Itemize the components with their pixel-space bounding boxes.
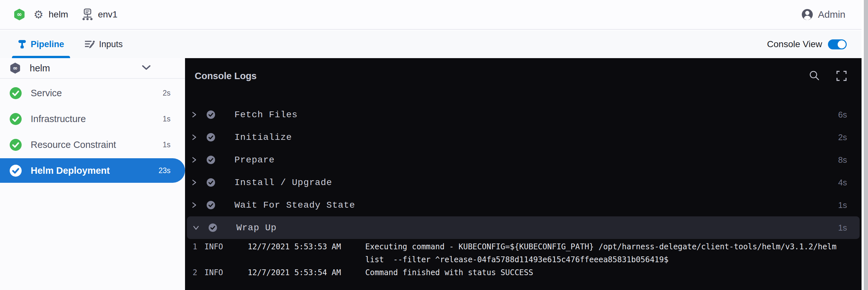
tab-inputs-label: Inputs [99,39,123,50]
step-success-icon [207,110,215,119]
environment-icon [82,8,93,21]
stage-group-hexagon-icon: ∞ [10,62,21,74]
chevron-right-icon [191,180,197,185]
log-line-number: 2 [188,268,197,277]
search-icon[interactable] [809,70,820,82]
step-row-wait-for-steady-state[interactable]: Wait For Steady State 1s [185,194,862,216]
page-scrollbar[interactable] [862,0,868,290]
console-header: Console Logs [185,58,862,94]
step-success-icon [209,223,217,232]
step-duration: 8s [838,155,847,165]
step-success-icon [207,201,215,209]
stage-duration: 2s [163,89,170,98]
log-message: Command finished with status SUCCESS [365,268,533,277]
step-success-icon [207,156,215,164]
step-label: Fetch Files [235,110,298,120]
chevron-right-icon [191,134,197,140]
active-tab-underline [12,56,70,58]
top-bar: ∞ ⚙ helm env1 Admin [0,0,868,30]
stages-sidebar: ∞ helm Service 2s Infrastruc [0,58,185,290]
tab-pipeline[interactable]: Pipeline [12,30,70,58]
fullscreen-icon[interactable] [836,70,847,82]
console-title: Console Logs [195,71,257,82]
log-line-continuation: list --filter ^release-04fa5788d11493e61… [185,253,862,266]
log-message: list --filter ^release-04fa5788d11493e61… [365,255,669,264]
step-row-prepare[interactable]: Prepare 8s [185,149,862,171]
user-menu[interactable]: Admin [801,8,845,21]
stage-duration: 1s [163,115,170,123]
step-success-icon [207,178,215,187]
step-success-icon [207,133,215,141]
stage-duration: 23s [159,166,170,175]
log-line: 2 INFO 12/7/2021 5:53:54 AM Command fini… [185,266,862,279]
step-duration: 6s [838,110,847,120]
console-view-label: Console View [767,39,822,50]
step-duration: 1s [838,200,847,210]
chevron-right-icon [191,157,197,163]
success-check-icon [10,87,22,99]
scrollbar-thumb[interactable] [864,0,868,290]
console-view-toggle[interactable] [828,39,847,50]
step-label: Install / Upgrade [235,178,332,188]
view-tab-bar: Pipeline Inputs Console View [0,30,868,58]
environment-name-label: env1 [98,9,118,20]
log-level: INFO [205,242,224,251]
console-view-control: Console View [767,39,847,50]
gear-icon: ⚙ [34,9,43,20]
user-icon [801,8,813,21]
service-hexagon-icon: ∞ [13,8,25,21]
step-label: Initialize [235,132,292,142]
pipeline-execution-page: ∞ ⚙ helm env1 Admin [0,0,868,290]
step-duration: 1s [838,223,847,233]
tab-pipeline-label: Pipeline [31,39,64,50]
step-list: Fetch Files 6s Initialize 2s Prepare 8s … [185,103,862,239]
toggle-knob [838,40,846,49]
inputs-icon [85,40,95,49]
stage-group-label: helm [30,63,50,74]
stage-row-resource-constraint[interactable]: Resource Constraint 1s [0,132,185,158]
log-line: 1 INFO 12/7/2021 5:53:53 AM Executing co… [185,240,862,253]
log-timestamp: 12/7/2021 5:53:53 AM [248,242,345,251]
console-logs-panel: Console Logs Fetch Files 6s [185,58,862,290]
stage-list: Service 2s Infrastructure 1s Resource Co… [0,80,185,183]
step-row-install-upgrade[interactable]: Install / Upgrade 4s [185,171,862,194]
user-name-label: Admin [818,9,845,20]
chevron-right-icon [191,202,197,208]
stage-label: Resource Constraint [31,139,116,150]
stage-duration: 1s [163,140,170,149]
step-label: Wait For Steady State [235,200,355,210]
stage-label: Service [31,88,62,98]
tab-inputs[interactable]: Inputs [79,30,129,58]
step-label: Wrap Up [237,223,277,233]
stage-group-row[interactable]: ∞ helm [0,58,185,79]
success-check-icon [10,139,22,151]
step-duration: 2s [838,132,847,142]
svg-text:∞: ∞ [13,65,18,71]
step-row-fetch-files[interactable]: Fetch Files 6s [185,103,862,126]
success-check-icon-selected [10,165,22,176]
stage-label: Helm Deployment [31,165,110,176]
svg-text:∞: ∞ [17,11,22,18]
step-duration: 4s [838,178,847,188]
chevron-right-icon [191,112,197,118]
stage-row-helm-deployment[interactable]: Helm Deployment 23s [0,158,185,183]
pipeline-name-label: helm [49,9,68,20]
log-message: Executing command - KUBECONFIG=${KUBECON… [365,242,836,251]
chevron-down-icon[interactable] [142,65,151,70]
step-row-initialize[interactable]: Initialize 2s [185,126,862,149]
log-level: INFO [205,268,224,277]
stage-row-infrastructure[interactable]: Infrastructure 1s [0,106,185,132]
step-row-wrap-up[interactable]: Wrap Up 1s [187,216,860,239]
step-label: Prepare [235,155,275,165]
pipeline-icon [18,39,27,49]
stage-label: Infrastructure [31,114,86,124]
stage-row-service[interactable]: Service 2s [0,80,185,106]
chevron-down-icon [193,225,199,231]
success-check-icon [10,113,22,125]
log-line-number: 1 [188,242,197,251]
log-timestamp: 12/7/2021 5:53:54 AM [248,268,345,277]
log-lines: 1 INFO 12/7/2021 5:53:53 AM Executing co… [185,240,862,279]
